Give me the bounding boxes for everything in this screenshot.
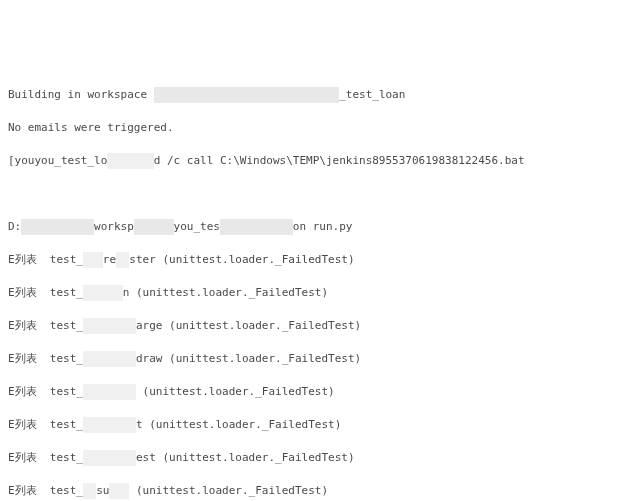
text: E列表 test_ [8, 319, 83, 332]
redaction: xxxxxxxx [83, 450, 136, 467]
text: Building in workspace [8, 88, 154, 101]
text: worksp [94, 220, 134, 233]
log-line: Building in workspace xxxxxxxxxxxxxxxxxx… [8, 87, 624, 104]
redaction: xxxxxxxxxxx [21, 219, 94, 236]
log-line: E列表 test_xxxxxxxx (unittest.loader._Fail… [8, 384, 624, 401]
text: E列表 test_ [8, 253, 83, 266]
log-line: E列表 test_xxxxxxxxdraw (unittest.loader._… [8, 351, 624, 368]
redaction: xxxxxx [83, 285, 123, 302]
text: E列表 test_ [8, 418, 83, 431]
log-line: E列表 test_xxxxxxxxest (unittest.loader._F… [8, 450, 624, 467]
text: n (unittest.loader._FailedTest) [123, 286, 328, 299]
text: (unittest.loader._FailedTest) [129, 484, 328, 497]
log-line: [youyou_test_loxxxxxxxd /c call C:\Windo… [8, 153, 624, 170]
redaction: xxxxxxx [107, 153, 153, 170]
redaction: xxxxxxxxxxx [220, 219, 293, 236]
text: E列表 test_ [8, 286, 83, 299]
redaction: xx [116, 252, 129, 269]
text: E列表 test_ [8, 451, 83, 464]
log-line: E列表 test_xxxxxxxxt (unittest.loader._Fai… [8, 417, 624, 434]
text: t (unittest.loader._FailedTest) [136, 418, 341, 431]
redaction: xxx [83, 252, 103, 269]
text: No emails were triggered. [8, 121, 174, 134]
redaction: xxxxxxxx [83, 417, 136, 434]
log-line: E列表 test_xxxxxxxxarge (unittest.loader._… [8, 318, 624, 335]
redaction: xxxxxxxx [83, 384, 136, 401]
text: _test_loan [339, 88, 405, 101]
text: est (unittest.loader._FailedTest) [136, 451, 355, 464]
text: on run.py [293, 220, 353, 233]
console-output: Building in workspace xxxxxxxxxxxxxxxxxx… [0, 66, 632, 501]
text: E列表 test_ [8, 484, 83, 497]
redaction: xx [83, 483, 96, 500]
text: D: [8, 220, 21, 233]
text: ster (unittest.loader._FailedTest) [129, 253, 354, 266]
text: (unittest.loader._FailedTest) [136, 385, 335, 398]
redaction: xxxxxx [134, 219, 174, 236]
log-line: D:xxxxxxxxxxxworkspxxxxxxyou_tesxxxxxxxx… [8, 219, 624, 236]
redaction: xxxxxxxx [83, 351, 136, 368]
log-line: E列表 test_xxsuxxx (unittest.loader._Faile… [8, 483, 624, 500]
text: d /c call C:\Windows\TEMP\jenkins8955370… [154, 154, 525, 167]
text: E列表 test_ [8, 352, 83, 365]
text: [youyou_test_lo [8, 154, 107, 167]
redaction: xxx [109, 483, 129, 500]
text: E列表 test_ [8, 385, 83, 398]
text: re [103, 253, 116, 266]
text: arge (unittest.loader._FailedTest) [136, 319, 361, 332]
text: su [96, 484, 109, 497]
log-line: E列表 test_xxxxxxn (unittest.loader._Faile… [8, 285, 624, 302]
text: draw (unittest.loader._FailedTest) [136, 352, 361, 365]
redaction: xxxxxxxxxxxxxxxxxxxxxxxxxxxx [154, 87, 339, 104]
log-line: No emails were triggered. [8, 120, 624, 137]
log-line: E列表 test_xxxrexxster (unittest.loader._F… [8, 252, 624, 269]
log-line [8, 186, 624, 203]
text: you_tes [174, 220, 220, 233]
redaction: xxxxxxxx [83, 318, 136, 335]
